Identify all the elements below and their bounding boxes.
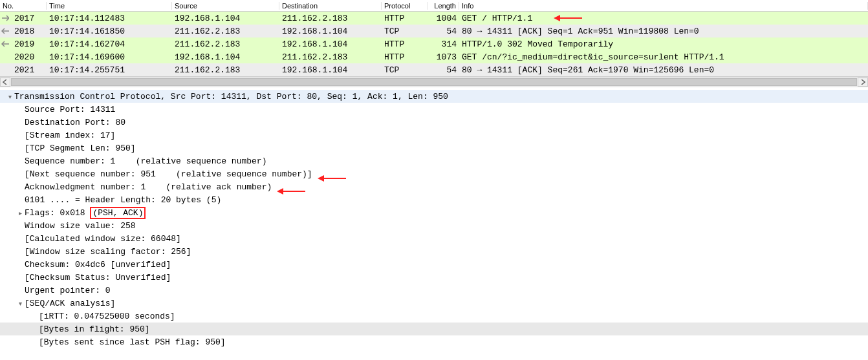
- cell-info: HTTP/1.0 302 Moved Temporarily: [459, 39, 868, 49]
- detail-text: Acknowledgment number: 1 (relative ack n…: [25, 182, 272, 192]
- packet-row[interactable]: 201810:17:14.161850211.162.2.183192.168.…: [0, 25, 868, 37]
- detail-line[interactable]: [TCP Segment Len: 950]: [0, 142, 868, 154]
- cell-source: 192.168.1.104: [172, 14, 279, 23]
- scroll-thumb[interactable]: [11, 78, 857, 86]
- packet-in-marker-icon: [0, 39, 9, 48]
- caret-down-icon[interactable]: ▾: [16, 300, 25, 307]
- row-marker: [0, 63, 12, 76]
- packet-row[interactable]: 202110:17:14.255751211.162.2.183192.168.…: [0, 63, 868, 76]
- col-header-info[interactable]: Info: [459, 2, 868, 10]
- cell-source: 211.162.2.183: [172, 26, 279, 36]
- detail-text: Destination Port: 80: [25, 118, 125, 127]
- packet-details-pane: ▾ Transmission Control Protocol, Src Por…: [0, 87, 868, 348]
- detail-text: Sequence number: 1 (relative sequence nu…: [25, 156, 266, 166]
- cell-info: GET / HTTP/1.1: [459, 14, 868, 23]
- cell-dest: 211.162.2.183: [279, 52, 382, 62]
- cell-source: 211.162.2.183: [172, 39, 279, 49]
- detail-text: [iRTT: 0.047525000 seconds]: [39, 312, 175, 321]
- packet-in-marker-icon: [0, 26, 9, 36]
- detail-tcp-header[interactable]: ▾ Transmission Control Protocol, Src Por…: [0, 90, 868, 103]
- detail-text: [Checksum Status: Unverified]: [25, 273, 171, 282]
- cell-protocol: HTTP: [382, 14, 428, 23]
- detail-text: Checksum: 0x4dc6 [unverified]: [25, 260, 171, 270]
- cell-info: 80 → 14311 [ACK] Seq=261 Ack=1970 Win=12…: [459, 65, 868, 75]
- cell-dest: 192.168.1.104: [279, 39, 382, 49]
- row-marker: [0, 12, 12, 25]
- detail-line[interactable]: Checksum: 0x4dc6 [unverified]: [0, 258, 868, 271]
- detail-flags-row[interactable]: ▸ Flags: 0x018 (PSH, ACK): [0, 206, 868, 219]
- col-header-protocol[interactable]: Protocol: [382, 2, 428, 10]
- detail-line[interactable]: [Next sequence number: 951 (relative seq…: [0, 167, 868, 180]
- cell-dest: 192.168.1.104: [279, 26, 382, 36]
- cell-length: 54: [428, 26, 459, 36]
- detail-line[interactable]: Acknowledgment number: 1 (relative ack n…: [0, 180, 868, 193]
- col-header-length[interactable]: Length: [428, 2, 459, 10]
- row-marker: [0, 25, 12, 37]
- chevron-left-icon: [3, 79, 8, 85]
- packet-row[interactable]: 201910:17:14.162704211.162.2.183192.168.…: [0, 37, 868, 50]
- scroll-left-button[interactable]: [0, 78, 10, 87]
- cell-info: 80 → 14311 [ACK] Seq=1 Ack=951 Win=11980…: [459, 26, 868, 36]
- caret-right-icon[interactable]: ▸: [16, 209, 25, 217]
- cell-dest: 192.168.1.104: [279, 65, 382, 75]
- cell-source: 192.168.1.104: [172, 52, 279, 62]
- detail-flags-prefix: Flags: 0x018: [25, 208, 90, 218]
- packet-row[interactable]: 202010:17:14.169600192.168.1.104211.162.…: [0, 50, 868, 63]
- cell-protocol: TCP: [382, 65, 428, 75]
- cell-time: 10:17:14.161850: [47, 26, 172, 36]
- packet-list-hscroll[interactable]: [0, 77, 868, 87]
- col-header-time[interactable]: Time: [47, 2, 172, 10]
- row-marker: [0, 37, 12, 50]
- detail-line[interactable]: Sequence number: 1 (relative sequence nu…: [0, 154, 868, 167]
- detail-line[interactable]: [Window size scaling factor: 256]: [0, 245, 868, 258]
- cell-length: 1004: [428, 14, 459, 23]
- detail-line[interactable]: [Stream index: 17]: [0, 129, 868, 142]
- detail-line[interactable]: [iRTT: 0.047525000 seconds]: [0, 310, 868, 323]
- detail-text: [Stream index: 17]: [25, 131, 115, 140]
- cell-protocol: TCP: [382, 26, 428, 36]
- detail-line[interactable]: Urgent pointer: 0: [0, 284, 868, 297]
- caret-down-icon[interactable]: ▾: [5, 93, 14, 100]
- detail-text: Urgent pointer: 0: [25, 286, 111, 295]
- detail-text: [Next sequence number: 951 (relative seq…: [25, 169, 312, 179]
- chevron-right-icon: [860, 79, 865, 85]
- cell-length: 54: [428, 65, 459, 75]
- cell-info: GET /cn/?ic_medium=direct&ic_source=surl…: [459, 52, 868, 62]
- cell-length: 314: [428, 39, 459, 49]
- detail-line[interactable]: [Calculated window size: 66048]: [0, 232, 868, 245]
- cell-protocol: HTTP: [382, 39, 428, 49]
- detail-line[interactable]: 0101 .... = Header Length: 20 bytes (5): [0, 193, 868, 206]
- detail-tcp-summary: Transmission Control Protocol, Src Port:…: [14, 92, 448, 101]
- cell-protocol: HTTP: [382, 52, 428, 62]
- cell-time: 10:17:14.169600: [47, 52, 172, 62]
- detail-text: 0101 .... = Header Length: 20 bytes (5): [25, 195, 221, 205]
- detail-text: [TCP Segment Len: 950]: [25, 143, 136, 153]
- detail-text: [Calculated window size: 66048]: [25, 234, 181, 244]
- detail-line[interactable]: Window size value: 258: [0, 219, 868, 232]
- cell-source: 211.162.2.183: [172, 65, 279, 75]
- detail-seqack-row[interactable]: ▾ [SEQ/ACK analysis]: [0, 297, 868, 310]
- cell-length: 1073: [428, 52, 459, 62]
- scroll-right-button[interactable]: [858, 78, 868, 87]
- detail-text: [Bytes sent since last PSH flag: 950]: [39, 337, 226, 347]
- detail-line[interactable]: [Checksum Status: Unverified]: [0, 271, 868, 284]
- detail-line[interactable]: [Bytes in flight: 950]: [0, 323, 868, 335]
- detail-line[interactable]: [Bytes sent since last PSH flag: 950]: [0, 335, 868, 348]
- detail-line[interactable]: Source Port: 14311: [0, 103, 868, 116]
- packet-out-marker-icon: [0, 14, 9, 23]
- cell-dest: 211.162.2.183: [279, 14, 382, 23]
- detail-line[interactable]: Destination Port: 80: [0, 116, 868, 129]
- col-header-source[interactable]: Source: [172, 2, 279, 10]
- packet-list-pane: No. Time Source Destination Protocol Len…: [0, 0, 868, 77]
- col-header-no[interactable]: No.: [0, 2, 47, 10]
- row-marker: [0, 50, 12, 63]
- packet-row[interactable]: 201710:17:14.112483192.168.1.104211.162.…: [0, 12, 868, 25]
- cell-time: 10:17:14.255751: [47, 65, 172, 75]
- detail-text: Source Port: 14311: [25, 105, 115, 114]
- col-header-destination[interactable]: Destination: [279, 2, 382, 10]
- detail-text: [Window size scaling factor: 256]: [25, 247, 191, 257]
- packet-list-header: No. Time Source Destination Protocol Len…: [0, 0, 868, 12]
- cell-time: 10:17:14.162704: [47, 39, 172, 49]
- flags-highlight-box: (PSH, ACK): [90, 207, 146, 219]
- detail-text: Window size value: 258: [25, 221, 136, 231]
